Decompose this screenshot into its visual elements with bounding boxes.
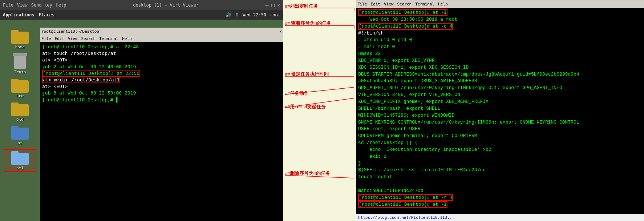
inner-terminal-titlebar: root@client110:~/Desktop ✕: [40, 28, 283, 35]
applications-menu[interactable]: Applications: [3, 12, 35, 17]
rt-line-14: SHELL=/bin/bash; export SHELL: [358, 105, 642, 112]
rt-line-10: a08df5dba4a89; export DBUS_STARTER_ADDRE…: [358, 78, 642, 85]
desktop-icon-home[interactable]: home: [4, 29, 36, 49]
terminal-line-1: at> touch /root/Desktop/at: [42, 50, 281, 57]
minimize-button[interactable]: –: [266, 2, 268, 8]
rt-line-0: [root@client110 Desktop]# at -l: [358, 9, 642, 16]
rt-line-18: COLORTERM=gnome-terminal; export COLORTE…: [358, 133, 642, 140]
new-icon-label: new: [16, 93, 24, 98]
user-label: root: [270, 12, 280, 17]
menu-help[interactable]: Help: [56, 3, 66, 8]
right-terminal-content: [root@client110 Desktop]# at -l Wed Oct …: [356, 8, 644, 214]
rt-line-17: USER=root; export USER: [358, 126, 642, 133]
inner-menu-edit[interactable]: Edit: [55, 36, 65, 41]
close-button[interactable]: ✕: [278, 2, 280, 8]
inner-menu-search[interactable]: Search: [81, 36, 96, 41]
svg-line-6: [285, 98, 354, 108]
virt-viewer-title: desktop (1) – Virt Viewer: [66, 3, 266, 8]
terminal-line-7: job 3 at Wed Oct 30 22:50:00 2019: [42, 90, 281, 96]
rt-line-21: exit 1: [358, 153, 642, 160]
old-folder-icon: [11, 102, 29, 116]
inner-menu-help[interactable]: Help: [122, 36, 132, 41]
virt-viewer-titlebar: File View Send key Help desktop (1) – Vi…: [0, 0, 283, 10]
rt-line-26: marcinDELIMITER4dc247cd: [358, 188, 642, 194]
terminal-line-4: [root@client110 Desktop]# at 22:50: [42, 70, 281, 77]
rt-line-3: #!/bin/sh: [358, 30, 642, 37]
right-menu-help[interactable]: Help: [438, 2, 448, 7]
desktop-icon-old[interactable]: old: [4, 102, 36, 122]
svg-line-5: [285, 87, 354, 95]
inner-terminal-close[interactable]: ✕: [279, 29, 282, 34]
right-menu-file[interactable]: File: [357, 2, 367, 7]
at1-folder-icon: [11, 150, 29, 165]
right-menu-view[interactable]: View: [384, 2, 394, 7]
rt-line-5: # mail root 0: [358, 44, 642, 51]
rt-line-28: [root@client110 Desktop]# at -l: [358, 201, 642, 208]
at1-icon-label: at1: [16, 166, 24, 170]
rt-line-25: [358, 181, 642, 188]
desktop-icon-new[interactable]: new: [4, 78, 36, 98]
annotations-panel: ##列出定时任务 ## 查看序号为4的任务 ## 设定任务执行时间 ##任务动作…: [283, 0, 356, 221]
inner-terminal-content: [root@client110 Desktop]# at 22:48 at> t…: [40, 42, 283, 221]
inner-menu-file[interactable]: File: [41, 36, 51, 41]
clock: Wed 22:50: [243, 12, 266, 17]
desktop-icon-at[interactable]: at: [4, 125, 36, 145]
right-menu-edit[interactable]: Edit: [371, 2, 381, 7]
menu-file[interactable]: File: [3, 3, 13, 8]
rt-line-6: umask 22: [358, 51, 642, 57]
rt-line-19: cd /root/Desktop || {: [358, 140, 642, 146]
rt-line-20: echo 'Execution directory inaccessible' …: [358, 146, 642, 153]
right-menu-terminal[interactable]: Terminal: [415, 2, 434, 7]
svg-line-7: [285, 175, 354, 178]
menu-sendkey[interactable]: Send key: [31, 3, 52, 8]
url-text: https://blog.csdn.net/P1client110.113...: [358, 215, 454, 220]
old-icon-label: old: [16, 117, 24, 122]
network-icon: 🖥: [235, 12, 239, 17]
rt-line-15: WINDOWID=31457286; export WINDOWID: [358, 112, 642, 119]
rt-line-23: ${SHELL:-/bin/sh} << 'marcinDELIMITER4dc…: [358, 167, 642, 174]
terminal-line-3: job 2 at Wed Oct 30 22:48:00 2019: [42, 64, 281, 70]
gnome-topbar: Applications Places 🔊 🖥 Wed 22:50 root: [0, 10, 283, 20]
inner-menu-terminal[interactable]: Terminal: [99, 36, 118, 41]
places-menu[interactable]: Places: [39, 12, 54, 17]
desktop-icon-at1[interactable]: at1: [4, 149, 36, 172]
window-controls[interactable]: – □ ✕: [266, 2, 280, 8]
home-folder-icon: [11, 29, 29, 44]
desktop-icon-trash[interactable]: Trash: [4, 53, 36, 75]
maximize-button[interactable]: □: [271, 2, 274, 8]
rt-line-27: [root@client110 Desktop]# at -r 4: [358, 194, 642, 201]
rt-line-22: }: [358, 160, 642, 167]
right-panel: ##列出定时任务 ## 查看序号为4的任务 ## 设定任务执行时间 ##任务动作…: [283, 0, 644, 221]
rt-line-4: # atrun uid=0 gid=0: [358, 37, 642, 44]
right-menu-search[interactable]: Search: [397, 2, 412, 7]
rt-line-2: [root@client110 Desktop]# at -c 4: [358, 23, 642, 30]
trash-body: [14, 56, 26, 69]
inner-terminal-menubar: File Edit View Search Terminal Help: [40, 35, 283, 42]
inner-terminal: root@client110:~/Desktop ✕ File Edit Vie…: [40, 28, 283, 221]
rt-line-24: touch redhat: [358, 174, 642, 181]
at-folder-icon: [11, 125, 29, 140]
inner-terminal-title: root@client110:~/Desktop: [41, 29, 99, 34]
volume-icon: 🔊: [226, 12, 231, 17]
rt-line-8: XDG_SESSION_ID=1; export XDG_SESSION_ID: [358, 64, 642, 71]
terminal-line-0: [root@client110 Desktop]# at 22:48: [42, 44, 281, 50]
terminal-line-5: at> mkdir /root/Desktop/at1: [42, 77, 281, 83]
terminal-line-6: at> <EOT>: [42, 83, 281, 90]
terminal-line-2: at> <EOT>: [42, 57, 281, 63]
right-terminal: File Edit View Search Terminal Help [roo…: [356, 0, 644, 221]
rt-line-9: DBUS_STARTER_ADDRESS=unix:abstract=/tmp/…: [358, 71, 642, 78]
trash-lid: [13, 53, 27, 56]
rt-line-12: VTE_VERSION=3406; export VTE_VERSION: [358, 92, 642, 99]
rt-line-11: GPG_AGENT_INFO=/run/user/0/keyring-IIM96…: [358, 85, 642, 92]
rt-line-16: GNOME_KEYRING_CONTROL=/run/user/0/keyrin…: [358, 119, 642, 126]
rt-line-1: Wed Oct 30 23:50:00 2019 a root: [358, 16, 642, 23]
inner-menu-view[interactable]: View: [68, 36, 78, 41]
terminal-line-8: [root@client110 Desktop]# ▌: [42, 97, 281, 103]
virt-viewer-menu: File View Send key Help: [3, 3, 66, 8]
home-icon-label: home: [15, 45, 25, 49]
menu-view[interactable]: View: [17, 3, 28, 8]
at-icon-label: at: [17, 141, 22, 145]
annotation-arrows: [283, 0, 356, 221]
desktop-icons: home Trash new old at at1: [0, 28, 40, 221]
rt-line-13: XDG_MENU_PREFIX=gnome-; export XDG_MENU_…: [358, 99, 642, 105]
